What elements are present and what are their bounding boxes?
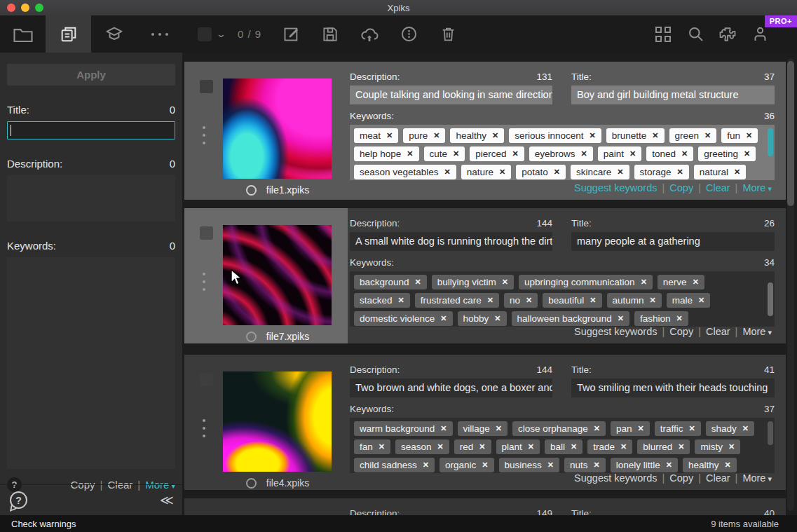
file-thumbnail[interactable] [223,371,332,472]
remove-keyword-icon[interactable]: ✕ [617,168,623,177]
remove-keyword-icon[interactable]: ✕ [453,149,459,158]
file-thumbnail[interactable] [223,79,332,179]
tab-add-folder[interactable] [0,15,46,53]
delete-button[interactable] [428,25,468,43]
remove-keyword-icon[interactable]: ✕ [590,296,596,305]
remove-keyword-icon[interactable]: ✕ [437,442,444,451]
upload-button[interactable] [350,25,389,44]
remove-keyword-icon[interactable]: ✕ [594,424,600,433]
remove-keyword-icon[interactable]: ✕ [676,314,682,323]
remove-keyword-icon[interactable]: ✕ [440,424,447,433]
status-circle-icon[interactable] [246,478,257,489]
description-input[interactable]: A small white dog is running through the… [350,232,552,251]
remove-keyword-icon[interactable]: ✕ [444,168,451,177]
list-scrollbar-thumb[interactable] [787,61,794,206]
chevron-down-icon[interactable]: ⌄ [216,29,226,39]
remove-keyword-icon[interactable]: ✕ [693,278,699,287]
remove-keyword-icon[interactable]: ✕ [415,278,421,287]
clear-link[interactable]: Clear [706,182,730,193]
tab-learn[interactable] [91,15,137,53]
more-link[interactable]: More [742,472,765,484]
remove-keyword-icon[interactable]: ✕ [650,296,656,305]
remove-keyword-icon[interactable]: ✕ [479,442,485,451]
remove-keyword-icon[interactable]: ✕ [492,131,498,140]
sidebar-keywords-input[interactable] [7,257,175,469]
remove-keyword-icon[interactable]: ✕ [499,168,505,177]
remove-keyword-icon[interactable]: ✕ [734,168,740,177]
remove-keyword-icon[interactable]: ✕ [398,296,404,305]
remove-keyword-icon[interactable]: ✕ [482,461,488,470]
remove-keyword-icon[interactable]: ✕ [571,442,577,451]
remove-keyword-icon[interactable]: ✕ [590,131,596,140]
remove-keyword-icon[interactable]: ✕ [407,149,413,158]
drag-handle-icon[interactable] [203,419,205,437]
remove-keyword-icon[interactable]: ✕ [746,131,752,140]
remove-keyword-icon[interactable]: ✕ [744,149,750,158]
remove-keyword-icon[interactable]: ✕ [677,168,683,177]
remove-keyword-icon[interactable]: ✕ [433,131,440,140]
remove-keyword-icon[interactable]: ✕ [742,424,749,433]
search-button[interactable] [679,25,711,43]
title-input[interactable]: Two smiling men with their heads touchin… [571,378,775,397]
file-item-row[interactable]: file4.xpiks Description: 144 Two brown a… [184,355,786,490]
info-button[interactable] [389,25,428,43]
remove-keyword-icon[interactable]: ✕ [494,314,500,323]
keywords-editor[interactable]: warm background✕village✕close orphanage✕… [350,418,775,473]
more-tabs-button[interactable] [137,15,182,53]
remove-keyword-icon[interactable]: ✕ [512,149,519,158]
remove-keyword-icon[interactable]: ✕ [554,168,560,177]
check-warnings-link[interactable]: Check warnings [11,519,76,529]
remove-keyword-icon[interactable]: ✕ [547,461,554,470]
remove-keyword-icon[interactable]: ✕ [620,442,627,451]
select-all-checkbox[interactable] [198,27,212,41]
sidebar-title-input[interactable] [7,121,175,139]
description-input[interactable]: Two brown and white dogs, one a boxer an… [350,378,552,397]
keywords-scrollbar-thumb[interactable] [768,282,773,316]
file-item-row[interactable]: Description: 149 Title: 40 [184,498,786,515]
help-bubble-icon[interactable]: ? [10,491,27,509]
remove-keyword-icon[interactable]: ✕ [379,442,385,451]
remove-keyword-icon[interactable]: ✕ [528,442,534,451]
sidebar-description-input[interactable] [7,175,175,221]
clear-link[interactable]: Clear [706,326,730,337]
drag-handle-icon[interactable] [203,126,205,144]
remove-keyword-icon[interactable]: ✕ [681,149,688,158]
remove-keyword-icon[interactable]: ✕ [502,278,508,287]
remove-keyword-icon[interactable]: ✕ [423,461,429,470]
item-checkbox[interactable] [200,80,213,93]
remove-keyword-icon[interactable]: ✕ [440,314,447,323]
remove-keyword-icon[interactable]: ✕ [641,278,647,287]
more-link[interactable]: More [742,326,765,337]
remove-keyword-icon[interactable]: ✕ [652,131,658,140]
plugins-button[interactable] [711,25,744,44]
keywords-scrollbar-thumb[interactable] [768,128,773,156]
remove-keyword-icon[interactable]: ✕ [728,442,735,451]
remove-keyword-icon[interactable]: ✕ [581,149,587,158]
remove-keyword-icon[interactable]: ✕ [666,461,672,470]
remove-keyword-icon[interactable]: ✕ [386,131,393,140]
remove-keyword-icon[interactable]: ✕ [638,424,644,433]
suggest-keywords-link[interactable]: Suggest keywords [574,182,657,193]
edit-button[interactable] [271,25,311,43]
remove-keyword-icon[interactable]: ✕ [496,424,502,433]
save-button[interactable] [311,25,350,43]
copy-link[interactable]: Copy [669,182,693,193]
grid-view-button[interactable] [647,27,679,42]
keywords-scrollbar-thumb[interactable] [768,421,773,445]
title-input[interactable]: many people at a gathering [571,232,775,251]
suggest-keywords-link[interactable]: Suggest keywords [574,472,657,484]
suggest-keywords-link[interactable]: Suggest keywords [574,326,657,337]
status-circle-icon[interactable] [246,332,257,342]
remove-keyword-icon[interactable]: ✕ [725,461,731,470]
remove-keyword-icon[interactable]: ✕ [698,296,704,305]
more-link[interactable]: More [742,182,765,193]
clear-link[interactable]: Clear [706,472,730,484]
status-circle-icon[interactable] [246,185,257,196]
remove-keyword-icon[interactable]: ✕ [629,149,636,158]
file-item-row[interactable]: file7.xpiks Description: 144 A small whi… [184,208,786,343]
remove-keyword-icon[interactable]: ✕ [704,131,711,140]
file-item-row[interactable]: file1.xpiks Description: 131 Couple talk… [184,62,786,200]
keywords-editor[interactable]: background✕bullying victim✕upbringing co… [350,271,775,327]
drag-handle-icon[interactable] [203,273,205,291]
remove-keyword-icon[interactable]: ✕ [594,461,600,470]
